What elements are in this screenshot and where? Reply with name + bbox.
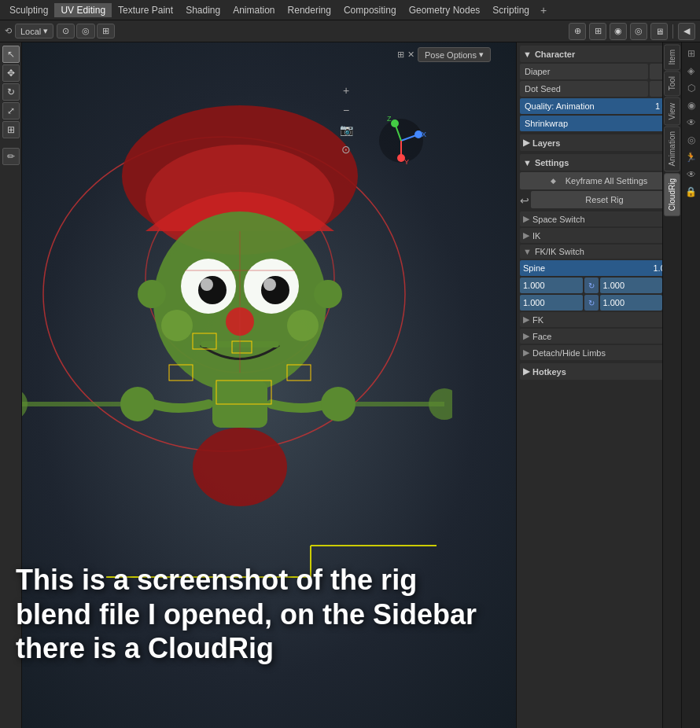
- num-field-4[interactable]: 1.000: [600, 295, 663, 311]
- num-icon-1[interactable]: ↻: [584, 278, 599, 293]
- tab-animation[interactable]: Animation: [664, 126, 680, 171]
- num-value-3: 1.000: [523, 298, 545, 307]
- shrinkwrap-btn[interactable]: Shrinkwrap 1: [520, 116, 678, 131]
- svg-text:Z: Z: [387, 115, 392, 123]
- viewport-shading-solid[interactable]: ◉: [610, 23, 627, 40]
- snap-btn[interactable]: ◎: [76, 24, 95, 39]
- properties-modifier-icon[interactable]: ◈: [683, 63, 699, 79]
- tab-item[interactable]: Item: [664, 44, 680, 70]
- move-tool-btn[interactable]: ✥: [2, 64, 20, 82]
- num-row-1: 1.000 ↻ 1.000 ↻: [520, 278, 678, 293]
- properties-particles-icon[interactable]: ⬡: [683, 80, 699, 96]
- num-value-1: 1.000: [523, 281, 545, 290]
- properties-render-icon[interactable]: 👁: [683, 167, 699, 182]
- reset-rig-btn[interactable]: Reset Rig: [531, 191, 678, 208]
- editor-type-btn[interactable]: ◀: [678, 23, 695, 40]
- face-row[interactable]: ▶ Face: [520, 329, 678, 344]
- focus-icon[interactable]: ⊙: [337, 141, 355, 158]
- menu-bar: Sculpting UV Editing Texture Paint Shadi…: [0, 0, 700, 20]
- zoom-out-icon[interactable]: −: [337, 101, 355, 119]
- overlay-btn[interactable]: ⊕: [569, 23, 586, 40]
- svg-point-18: [193, 428, 287, 506]
- pose-close-icon[interactable]: ✕: [407, 50, 414, 60]
- menu-add-workspace[interactable]: +: [536, 2, 551, 18]
- dot-seed-label: Dot Seed: [520, 81, 648, 97]
- num-field-2[interactable]: 1.000: [600, 278, 663, 293]
- tab-cloudrig[interactable]: CloudRig: [664, 173, 680, 216]
- pose-icon: ⊞: [397, 50, 404, 60]
- reset-rig-icon[interactable]: ↩: [520, 194, 529, 207]
- toolbar: ⟲ Local ▾ ⊙ ◎ ⊞ ⊕ ⊞ ◉ ◎ 🖥 ◀: [0, 20, 700, 42]
- snap-group: ⊙ ◎ ⊞: [57, 24, 115, 39]
- properties-physics-icon[interactable]: ◉: [683, 97, 699, 113]
- properties-rig-icon[interactable]: 🏃: [683, 149, 699, 165]
- hotkeys-section-arrow: ▶: [523, 366, 529, 377]
- camera-view-icon[interactable]: 📷: [337, 121, 355, 138]
- zoom-in-icon[interactable]: +: [337, 82, 355, 99]
- spine-field[interactable]: Spine 1.000: [520, 260, 678, 276]
- menu-compositing[interactable]: Compositing: [337, 3, 403, 17]
- mirror-btn[interactable]: ⊞: [97, 24, 115, 39]
- viewport-shading-material[interactable]: ◎: [630, 23, 647, 40]
- num-field-3[interactable]: 1.000: [520, 295, 583, 311]
- menu-uv-editing[interactable]: UV Editing: [54, 3, 112, 17]
- svg-point-15: [138, 280, 166, 308]
- quality-btn[interactable]: Quality: Animation 1 🌐: [520, 98, 678, 114]
- viewport-3d[interactable]: X Z Y ↖ ✥ ↻ ⤢ ⊞ ✏ + − 📷 ⊙ This is a scre…: [0, 42, 516, 728]
- space-switch-row[interactable]: ▶ Space Switch: [520, 211, 678, 226]
- fk-arrow: ▶: [523, 314, 529, 325]
- settings-section-label: Settings: [535, 158, 569, 167]
- viewport-shading-render[interactable]: 🖥: [650, 23, 668, 40]
- main-area: X Z Y ↖ ✥ ↻ ⤢ ⊞ ✏ + − 📷 ⊙ This is a scre…: [0, 42, 700, 728]
- annotate-tool-btn[interactable]: ✏: [2, 148, 20, 165]
- dot-seed-prop-row: Dot Seed 0: [520, 81, 678, 97]
- magnet-icon: ⊙: [62, 26, 69, 36]
- menu-texture-paint[interactable]: Texture Paint: [112, 3, 179, 17]
- menu-scripting[interactable]: Scripting: [486, 3, 536, 17]
- keyframe-all-settings-btn[interactable]: Keyframe All Settings: [520, 172, 678, 189]
- detach-row[interactable]: ▶ Detach/Hide Limbs: [520, 345, 678, 360]
- rotate-tool-btn[interactable]: ↻: [2, 83, 20, 101]
- fk-row[interactable]: ▶ FK: [520, 312, 678, 327]
- properties-object-icon[interactable]: ⊞: [683, 46, 699, 61]
- scale-tool-btn[interactable]: ⤢: [2, 102, 20, 119]
- face-label: Face: [532, 332, 551, 341]
- quality-row: Quality: Animation 1 🌐: [520, 98, 678, 114]
- layers-section-header[interactable]: ▶ Layers ⠿: [520, 134, 678, 151]
- tab-view[interactable]: View: [664, 97, 680, 126]
- properties-constraints-icon[interactable]: 👁: [683, 115, 699, 131]
- menu-shading[interactable]: Shading: [179, 3, 227, 17]
- pose-options-arrow: ▾: [479, 50, 484, 60]
- toolbar-divider: [672, 24, 673, 39]
- shrinkwrap-row: Shrinkwrap 1: [520, 116, 678, 131]
- svg-point-13: [161, 310, 193, 341]
- menu-rendering[interactable]: Rendering: [282, 3, 337, 17]
- num-icon-3[interactable]: ↻: [584, 295, 599, 311]
- svg-point-14: [287, 310, 319, 341]
- menu-animation[interactable]: Animation: [227, 3, 281, 17]
- gizmo-btn[interactable]: ⊞: [589, 23, 606, 40]
- layers-section-label: Layers: [532, 138, 560, 148]
- fkik-label: FK/IK Switch: [535, 247, 584, 256]
- menu-sculpting[interactable]: Sculpting: [3, 3, 54, 17]
- transform-tool-btn[interactable]: ⊞: [2, 121, 20, 138]
- spine-field-label: Spine: [523, 263, 545, 273]
- tab-tool[interactable]: Tool: [664, 71, 680, 96]
- settings-section-header[interactable]: ▼ Settings ⠿: [520, 154, 678, 171]
- ik-row[interactable]: ▶ IK: [520, 228, 678, 243]
- svg-point-9: [201, 278, 213, 291]
- properties-scene-icon[interactable]: 🔒: [683, 184, 699, 200]
- properties-object-data-icon[interactable]: ◎: [683, 132, 699, 148]
- snap-icon: ◎: [82, 26, 90, 36]
- hotkeys-section-header[interactable]: ▶ Hotkeys ⠿: [520, 363, 678, 380]
- transform-orientation-dropdown[interactable]: Local ▾: [15, 24, 53, 39]
- cursor-tool-btn[interactable]: ↖: [2, 46, 20, 63]
- menu-geometry-nodes[interactable]: Geometry Nodes: [403, 3, 487, 17]
- character-section-header[interactable]: ▼ Character ⠿: [520, 46, 678, 62]
- fkik-switch-row[interactable]: ▼ FK/IK Switch: [520, 245, 678, 259]
- face-arrow: ▶: [523, 331, 529, 341]
- ik-label: IK: [532, 231, 540, 241]
- pose-options-btn[interactable]: Pose Options ▾: [418, 47, 491, 62]
- proportional-editing-btn[interactable]: ⊙: [57, 24, 75, 39]
- num-field-1[interactable]: 1.000: [520, 278, 583, 293]
